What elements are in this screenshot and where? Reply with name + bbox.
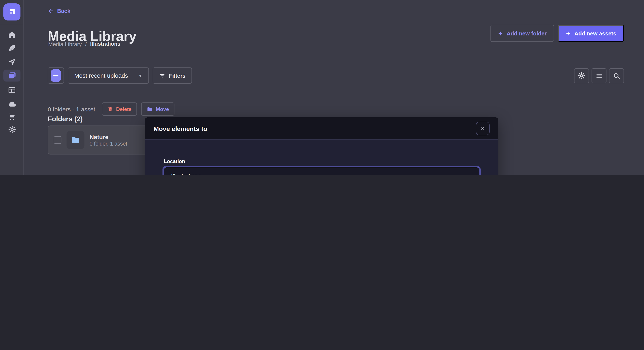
add-new-assets-label: Add new assets	[574, 30, 616, 37]
sidebar-item-cart[interactable]	[4, 111, 20, 123]
app-window: KD Back Media Library Media Library / Il…	[0, 0, 644, 175]
layout-icon	[8, 86, 16, 94]
sort-dropdown[interactable]: Most recent uploads ▼	[68, 68, 149, 84]
folder-texts: Nature 0 folder, 1 asset	[90, 133, 127, 147]
filter-icon	[159, 72, 166, 79]
view-actions	[574, 68, 624, 83]
paper-plane-icon	[8, 58, 16, 66]
main-navigation-sidebar: KD	[0, 0, 24, 175]
sidebar-item-cloud[interactable]	[4, 98, 20, 110]
cloud-icon	[8, 100, 16, 109]
modal-header: Move elements to	[145, 117, 498, 140]
add-new-folder-label: Add new folder	[507, 30, 547, 37]
list-icon	[595, 72, 603, 80]
location-select[interactable]: Illustrations ▼	[164, 167, 479, 175]
folder-icon	[147, 106, 153, 112]
filters-label: Filters	[169, 72, 186, 79]
move-elements-modal: Move elements to Location Illustrations …	[145, 117, 498, 175]
indeterminate-checkbox-mark	[51, 69, 61, 82]
breadcrumb: Media Library / Illustrations	[48, 41, 120, 47]
move-button[interactable]: Move	[142, 102, 174, 116]
filters-button[interactable]: Filters	[153, 68, 192, 84]
selection-bar: 0 folders - 1 asset Delete Move	[48, 102, 174, 116]
cart-icon	[8, 112, 16, 121]
delete-button[interactable]: Delete	[102, 102, 137, 116]
breadcrumb-current: Illustrations	[90, 41, 120, 47]
folder-title: Nature	[90, 133, 127, 141]
location-label: Location	[164, 158, 479, 164]
gear-icon	[578, 72, 586, 80]
strapi-logo[interactable]	[4, 4, 20, 21]
caret-down-icon: ▼	[138, 73, 142, 78]
sidebar-item-feather[interactable]	[4, 42, 20, 54]
modal-close-button[interactable]	[476, 122, 490, 135]
toolbar: Most recent uploads ▼ Filters	[48, 68, 192, 84]
folder-checkbox[interactable]	[54, 136, 62, 144]
plus-icon	[498, 31, 503, 36]
home-icon	[8, 30, 16, 39]
modal-body: Location Illustrations ▼	[145, 140, 498, 175]
sidebar-item-gear[interactable]	[4, 123, 20, 135]
add-new-folder-button[interactable]: Add new folder	[490, 25, 554, 42]
caret-down-icon: ▼	[468, 174, 472, 175]
modal-title: Move elements to	[154, 125, 207, 132]
breadcrumb-separator: /	[85, 41, 87, 47]
feather-icon	[8, 44, 16, 53]
search-view-button[interactable]	[609, 68, 624, 83]
folder-subtitle: 0 folder, 1 asset	[90, 141, 127, 147]
gear-view-button[interactable]	[574, 68, 589, 83]
move-label: Move	[156, 106, 169, 112]
search-icon	[613, 72, 620, 80]
list-view-button[interactable]	[592, 68, 606, 83]
delete-label: Delete	[116, 106, 132, 112]
add-new-assets-button[interactable]: Add new assets	[558, 25, 624, 42]
header-actions: Add new folder Add new assets	[490, 25, 624, 42]
sidebar-item-home[interactable]	[4, 29, 20, 41]
sidebar-item-images[interactable]	[4, 70, 20, 82]
close-icon	[480, 126, 485, 131]
selection-summary: 0 folders - 1 asset	[48, 106, 95, 113]
location-select-value: Illustrations	[171, 172, 201, 175]
trash-icon	[108, 106, 113, 112]
sort-value: Most recent uploads	[74, 72, 128, 79]
back-link[interactable]: Back	[48, 8, 70, 14]
folders-heading: Folders (2)	[48, 115, 83, 123]
folder-icon	[66, 131, 84, 149]
sidebar-item-layout[interactable]	[4, 84, 20, 96]
images-icon	[8, 71, 16, 80]
back-label: Back	[57, 8, 70, 14]
breadcrumb-root[interactable]: Media Library	[48, 41, 82, 47]
sidebar-divider	[0, 24, 24, 24]
select-all-checkbox[interactable]	[48, 68, 64, 84]
sidebar-item-paper-plane[interactable]	[4, 56, 20, 68]
gear-icon	[8, 125, 16, 133]
plus-icon	[565, 31, 571, 36]
arrow-left-icon	[48, 8, 54, 14]
